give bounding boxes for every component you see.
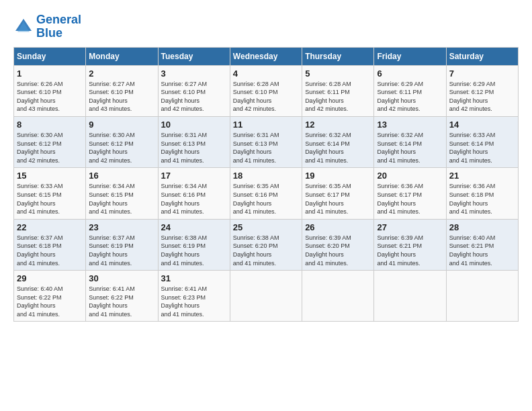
day-info: Sunrise: 6:33 AM Sunset: 6:14 PM Dayligh… <box>449 131 515 165</box>
day-info: Sunrise: 6:32 AM Sunset: 6:14 PM Dayligh… <box>305 131 371 165</box>
calendar-cell: 24 Sunrise: 6:38 AM Sunset: 6:19 PM Dayl… <box>158 219 230 270</box>
day-number: 12 <box>305 120 371 130</box>
calendar-cell: 25 Sunrise: 6:38 AM Sunset: 6:20 PM Dayl… <box>230 219 302 270</box>
day-info: Sunrise: 6:37 AM Sunset: 6:18 PM Dayligh… <box>17 234 83 267</box>
day-number: 26 <box>305 222 371 232</box>
calendar-cell: 29 Sunrise: 6:40 AM Sunset: 6:22 PM Dayl… <box>14 271 86 322</box>
day-info: Sunrise: 6:41 AM Sunset: 6:23 PM Dayligh… <box>161 285 227 318</box>
day-info: Sunrise: 6:27 AM Sunset: 6:10 PM Dayligh… <box>89 80 154 113</box>
day-number: 15 <box>17 171 83 181</box>
calendar-cell: 8 Sunrise: 6:30 AM Sunset: 6:12 PM Dayli… <box>14 116 86 167</box>
day-number: 11 <box>233 120 299 130</box>
calendar-cell: 23 Sunrise: 6:37 AM Sunset: 6:19 PM Dayl… <box>86 219 158 270</box>
day-number: 14 <box>449 120 515 130</box>
col-header-thursday: Thursday <box>302 47 374 65</box>
calendar-cell: 4 Sunrise: 6:28 AM Sunset: 6:10 PM Dayli… <box>230 65 302 116</box>
calendar-cell: 30 Sunrise: 6:41 AM Sunset: 6:22 PM Dayl… <box>86 271 158 322</box>
day-number: 6 <box>377 68 443 79</box>
day-number: 28 <box>449 222 515 232</box>
calendar-cell: 2 Sunrise: 6:27 AM Sunset: 6:10 PM Dayli… <box>86 65 158 116</box>
calendar-cell: 6 Sunrise: 6:29 AM Sunset: 6:11 PM Dayli… <box>374 65 446 116</box>
calendar-table: SundayMondayTuesdayWednesdayThursdayFrid… <box>13 47 519 322</box>
day-number: 2 <box>89 68 154 79</box>
day-info: Sunrise: 6:38 AM Sunset: 6:19 PM Dayligh… <box>161 234 227 267</box>
calendar-cell: 22 Sunrise: 6:37 AM Sunset: 6:18 PM Dayl… <box>14 219 86 270</box>
day-info: Sunrise: 6:35 AM Sunset: 6:16 PM Dayligh… <box>233 182 299 216</box>
calendar-cell: 12 Sunrise: 6:32 AM Sunset: 6:14 PM Dayl… <box>302 116 374 167</box>
day-number: 29 <box>17 273 83 283</box>
calendar-cell <box>302 271 374 322</box>
day-info: Sunrise: 6:26 AM Sunset: 6:10 PM Dayligh… <box>17 80 83 113</box>
day-info: Sunrise: 6:41 AM Sunset: 6:22 PM Dayligh… <box>89 285 154 318</box>
day-number: 18 <box>233 171 299 181</box>
calendar-cell: 18 Sunrise: 6:35 AM Sunset: 6:16 PM Dayl… <box>230 168 302 219</box>
day-info: Sunrise: 6:29 AM Sunset: 6:12 PM Dayligh… <box>449 80 515 113</box>
day-info: Sunrise: 6:39 AM Sunset: 6:20 PM Dayligh… <box>305 234 371 267</box>
calendar-cell: 15 Sunrise: 6:33 AM Sunset: 6:15 PM Dayl… <box>14 168 86 219</box>
day-info: Sunrise: 6:40 AM Sunset: 6:21 PM Dayligh… <box>449 234 515 267</box>
calendar-cell <box>230 271 302 322</box>
col-header-saturday: Saturday <box>446 47 518 65</box>
day-number: 24 <box>161 222 227 232</box>
calendar-cell: 1 Sunrise: 6:26 AM Sunset: 6:10 PM Dayli… <box>14 65 86 116</box>
day-number: 8 <box>17 120 83 130</box>
day-number: 21 <box>449 171 515 181</box>
day-info: Sunrise: 6:31 AM Sunset: 6:13 PM Dayligh… <box>233 131 299 165</box>
day-info: Sunrise: 6:33 AM Sunset: 6:15 PM Dayligh… <box>17 182 83 216</box>
day-number: 31 <box>161 273 227 283</box>
calendar-cell: 20 Sunrise: 6:36 AM Sunset: 6:17 PM Dayl… <box>374 168 446 219</box>
day-info: Sunrise: 6:36 AM Sunset: 6:18 PM Dayligh… <box>449 182 515 216</box>
calendar-cell: 19 Sunrise: 6:35 AM Sunset: 6:17 PM Dayl… <box>302 168 374 219</box>
calendar-cell: 31 Sunrise: 6:41 AM Sunset: 6:23 PM Dayl… <box>158 271 230 322</box>
calendar-cell: 7 Sunrise: 6:29 AM Sunset: 6:12 PM Dayli… <box>446 65 518 116</box>
day-number: 5 <box>305 68 371 79</box>
calendar-cell: 28 Sunrise: 6:40 AM Sunset: 6:21 PM Dayl… <box>446 219 518 270</box>
day-info: Sunrise: 6:32 AM Sunset: 6:14 PM Dayligh… <box>377 131 443 165</box>
day-info: Sunrise: 6:30 AM Sunset: 6:12 PM Dayligh… <box>17 131 83 165</box>
day-info: Sunrise: 6:34 AM Sunset: 6:16 PM Dayligh… <box>161 182 227 216</box>
day-number: 19 <box>305 171 371 181</box>
calendar-cell: 14 Sunrise: 6:33 AM Sunset: 6:14 PM Dayl… <box>446 116 518 167</box>
day-number: 27 <box>377 222 443 232</box>
day-info: Sunrise: 6:28 AM Sunset: 6:10 PM Dayligh… <box>233 80 299 113</box>
day-info: Sunrise: 6:37 AM Sunset: 6:19 PM Dayligh… <box>89 234 154 267</box>
day-info: Sunrise: 6:34 AM Sunset: 6:15 PM Dayligh… <box>89 182 154 216</box>
col-header-wednesday: Wednesday <box>230 47 302 65</box>
calendar-cell: 11 Sunrise: 6:31 AM Sunset: 6:13 PM Dayl… <box>230 116 302 167</box>
day-info: Sunrise: 6:35 AM Sunset: 6:17 PM Dayligh… <box>305 182 371 216</box>
day-info: Sunrise: 6:27 AM Sunset: 6:10 PM Dayligh… <box>161 80 227 113</box>
day-number: 1 <box>17 68 83 79</box>
day-number: 7 <box>449 68 515 79</box>
calendar-cell: 17 Sunrise: 6:34 AM Sunset: 6:16 PM Dayl… <box>158 168 230 219</box>
day-number: 25 <box>233 222 299 232</box>
col-header-sunday: Sunday <box>14 47 86 65</box>
day-info: Sunrise: 6:29 AM Sunset: 6:11 PM Dayligh… <box>377 80 443 113</box>
day-number: 16 <box>89 171 154 181</box>
day-number: 20 <box>377 171 443 181</box>
calendar-cell: 13 Sunrise: 6:32 AM Sunset: 6:14 PM Dayl… <box>374 116 446 167</box>
day-info: Sunrise: 6:40 AM Sunset: 6:22 PM Dayligh… <box>17 285 83 318</box>
calendar-cell: 10 Sunrise: 6:31 AM Sunset: 6:13 PM Dayl… <box>158 116 230 167</box>
day-number: 23 <box>89 222 154 232</box>
page-header: General Blue <box>13 13 519 40</box>
day-number: 30 <box>89 273 154 283</box>
col-header-monday: Monday <box>86 47 158 65</box>
logo-icon <box>13 17 34 37</box>
day-number: 4 <box>233 68 299 79</box>
calendar-cell: 5 Sunrise: 6:28 AM Sunset: 6:11 PM Dayli… <box>302 65 374 116</box>
day-info: Sunrise: 6:39 AM Sunset: 6:21 PM Dayligh… <box>377 234 443 267</box>
day-info: Sunrise: 6:38 AM Sunset: 6:20 PM Dayligh… <box>233 234 299 267</box>
day-number: 9 <box>89 120 154 130</box>
logo: General Blue <box>13 13 81 40</box>
day-number: 17 <box>161 171 227 181</box>
day-info: Sunrise: 6:28 AM Sunset: 6:11 PM Dayligh… <box>305 80 371 113</box>
calendar-cell: 3 Sunrise: 6:27 AM Sunset: 6:10 PM Dayli… <box>158 65 230 116</box>
calendar-cell: 27 Sunrise: 6:39 AM Sunset: 6:21 PM Dayl… <box>374 219 446 270</box>
day-number: 3 <box>161 68 227 79</box>
calendar-cell: 26 Sunrise: 6:39 AM Sunset: 6:20 PM Dayl… <box>302 219 374 270</box>
day-number: 22 <box>17 222 83 232</box>
col-header-tuesday: Tuesday <box>158 47 230 65</box>
calendar-cell <box>374 271 446 322</box>
calendar-cell: 16 Sunrise: 6:34 AM Sunset: 6:15 PM Dayl… <box>86 168 158 219</box>
day-number: 10 <box>161 120 227 130</box>
